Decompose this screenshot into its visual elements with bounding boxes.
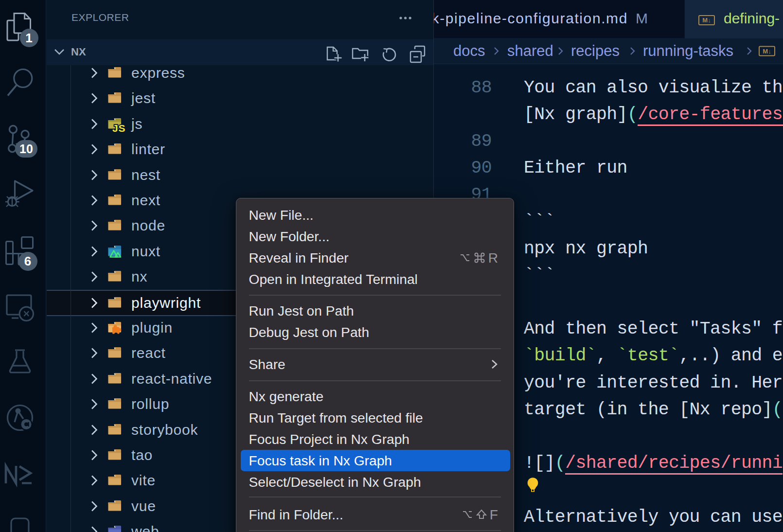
svg-text:JS: JS	[112, 123, 125, 134]
